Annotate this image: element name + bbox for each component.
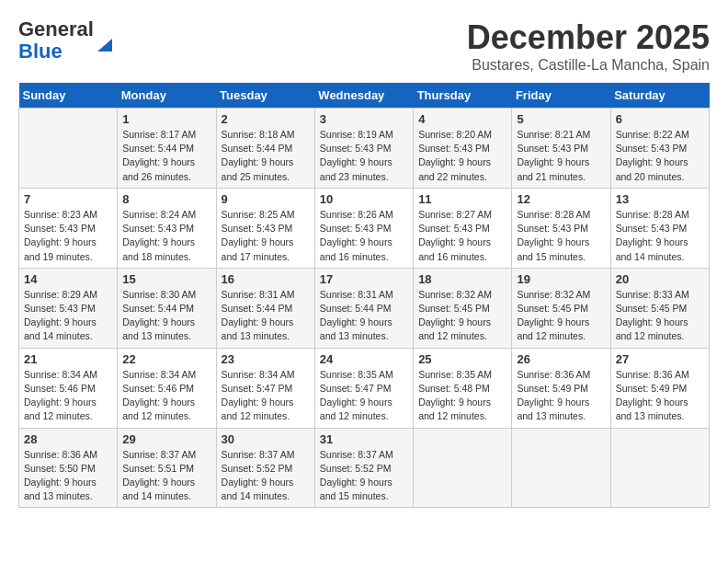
day-number: 29	[122, 432, 210, 446]
day-info: Sunrise: 8:29 AMSunset: 5:43 PMDaylight:…	[24, 288, 112, 344]
day-number: 30	[222, 432, 310, 446]
calendar-cell	[19, 109, 118, 189]
logo-icon	[96, 35, 116, 55]
calendar-cell: 31Sunrise: 8:37 AMSunset: 5:52 PMDayligh…	[314, 428, 413, 508]
calendar-cell: 5Sunrise: 8:21 AMSunset: 5:43 PMDaylight…	[512, 109, 610, 189]
calendar-cell: 13Sunrise: 8:28 AMSunset: 5:43 PMDayligh…	[610, 188, 709, 268]
weekday-tuesday: Tuesday	[216, 83, 314, 109]
day-info: Sunrise: 8:20 AMSunset: 5:43 PMDaylight:…	[418, 128, 506, 184]
calendar-cell: 7Sunrise: 8:23 AMSunset: 5:43 PMDaylight…	[19, 188, 118, 268]
calendar-cell: 29Sunrise: 8:37 AMSunset: 5:51 PMDayligh…	[118, 428, 216, 508]
day-info: Sunrise: 8:19 AMSunset: 5:43 PMDaylight:…	[320, 128, 408, 184]
day-info: Sunrise: 8:35 AMSunset: 5:48 PMDaylight:…	[418, 368, 506, 424]
day-number: 23	[222, 352, 310, 366]
day-number: 22	[122, 352, 210, 366]
calendar-body: 1Sunrise: 8:17 AMSunset: 5:44 PMDaylight…	[19, 109, 710, 508]
page-title: December 2025	[467, 18, 710, 57]
page-header: GeneralBlue December 2025 Bustares, Cast…	[18, 18, 710, 74]
day-info: Sunrise: 8:28 AMSunset: 5:43 PMDaylight:…	[517, 208, 605, 264]
calendar-cell: 28Sunrise: 8:36 AMSunset: 5:50 PMDayligh…	[19, 428, 118, 508]
weekday-saturday: Saturday	[610, 83, 709, 109]
day-number: 7	[24, 192, 112, 206]
calendar-cell: 27Sunrise: 8:36 AMSunset: 5:49 PMDayligh…	[610, 348, 709, 428]
calendar-cell: 16Sunrise: 8:31 AMSunset: 5:44 PMDayligh…	[216, 268, 314, 348]
calendar-cell	[610, 428, 709, 508]
weekday-sunday: Sunday	[19, 83, 118, 109]
day-info: Sunrise: 8:21 AMSunset: 5:43 PMDaylight:…	[517, 128, 605, 184]
day-number: 15	[122, 272, 210, 286]
day-number: 21	[24, 352, 112, 366]
day-number: 5	[517, 112, 605, 126]
day-number: 4	[418, 112, 506, 126]
day-number: 10	[320, 192, 408, 206]
calendar-cell: 23Sunrise: 8:34 AMSunset: 5:47 PMDayligh…	[216, 348, 314, 428]
calendar-cell: 2Sunrise: 8:18 AMSunset: 5:44 PMDaylight…	[216, 109, 314, 189]
day-number: 6	[616, 112, 704, 126]
calendar-cell: 4Sunrise: 8:20 AMSunset: 5:43 PMDaylight…	[414, 109, 512, 189]
day-number: 24	[320, 352, 408, 366]
calendar-week-2: 7Sunrise: 8:23 AMSunset: 5:43 PMDaylight…	[19, 188, 710, 268]
calendar-cell: 12Sunrise: 8:28 AMSunset: 5:43 PMDayligh…	[512, 188, 610, 268]
weekday-friday: Friday	[512, 83, 610, 109]
day-number: 3	[320, 112, 408, 126]
calendar-cell: 15Sunrise: 8:30 AMSunset: 5:44 PMDayligh…	[118, 268, 216, 348]
calendar-week-4: 21Sunrise: 8:34 AMSunset: 5:46 PMDayligh…	[19, 348, 710, 428]
day-info: Sunrise: 8:24 AMSunset: 5:43 PMDaylight:…	[122, 208, 210, 264]
calendar-cell: 14Sunrise: 8:29 AMSunset: 5:43 PMDayligh…	[19, 268, 118, 348]
title-block: December 2025 Bustares, Castille-La Manc…	[467, 18, 710, 74]
day-number: 27	[616, 352, 704, 366]
calendar-cell: 21Sunrise: 8:34 AMSunset: 5:46 PMDayligh…	[19, 348, 118, 428]
svg-marker-0	[97, 39, 112, 52]
weekday-monday: Monday	[118, 83, 216, 109]
calendar-cell: 3Sunrise: 8:19 AMSunset: 5:43 PMDaylight…	[314, 109, 413, 189]
day-number: 18	[418, 272, 506, 286]
calendar-cell: 26Sunrise: 8:36 AMSunset: 5:49 PMDayligh…	[512, 348, 610, 428]
day-info: Sunrise: 8:30 AMSunset: 5:44 PMDaylight:…	[122, 288, 210, 344]
calendar-cell: 18Sunrise: 8:32 AMSunset: 5:45 PMDayligh…	[414, 268, 512, 348]
calendar-cell: 25Sunrise: 8:35 AMSunset: 5:48 PMDayligh…	[414, 348, 512, 428]
calendar-cell: 20Sunrise: 8:33 AMSunset: 5:45 PMDayligh…	[610, 268, 709, 348]
day-info: Sunrise: 8:23 AMSunset: 5:43 PMDaylight:…	[24, 208, 112, 264]
logo: GeneralBlue	[18, 18, 116, 63]
day-info: Sunrise: 8:35 AMSunset: 5:47 PMDaylight:…	[320, 368, 408, 424]
calendar-cell: 19Sunrise: 8:32 AMSunset: 5:45 PMDayligh…	[512, 268, 610, 348]
day-info: Sunrise: 8:18 AMSunset: 5:44 PMDaylight:…	[222, 128, 310, 184]
calendar-cell: 8Sunrise: 8:24 AMSunset: 5:43 PMDaylight…	[118, 188, 216, 268]
day-number: 28	[24, 432, 112, 446]
day-info: Sunrise: 8:37 AMSunset: 5:51 PMDaylight:…	[122, 448, 210, 504]
day-number: 8	[122, 192, 210, 206]
day-info: Sunrise: 8:17 AMSunset: 5:44 PMDaylight:…	[122, 128, 210, 184]
day-number: 12	[517, 192, 605, 206]
day-number: 1	[122, 112, 210, 126]
day-number: 2	[222, 112, 310, 126]
calendar-cell	[512, 428, 610, 508]
day-number: 26	[517, 352, 605, 366]
calendar-table: SundayMondayTuesdayWednesdayThursdayFrid…	[18, 83, 710, 508]
calendar-week-1: 1Sunrise: 8:17 AMSunset: 5:44 PMDaylight…	[19, 109, 710, 189]
day-number: 17	[320, 272, 408, 286]
day-info: Sunrise: 8:34 AMSunset: 5:47 PMDaylight:…	[222, 368, 310, 424]
day-info: Sunrise: 8:27 AMSunset: 5:43 PMDaylight:…	[418, 208, 506, 264]
day-info: Sunrise: 8:37 AMSunset: 5:52 PMDaylight:…	[222, 448, 310, 504]
day-number: 19	[517, 272, 605, 286]
weekday-thursday: Thursday	[414, 83, 512, 109]
day-info: Sunrise: 8:32 AMSunset: 5:45 PMDaylight:…	[517, 288, 605, 344]
day-info: Sunrise: 8:31 AMSunset: 5:44 PMDaylight:…	[320, 288, 408, 344]
day-info: Sunrise: 8:34 AMSunset: 5:46 PMDaylight:…	[122, 368, 210, 424]
calendar-cell: 6Sunrise: 8:22 AMSunset: 5:43 PMDaylight…	[610, 109, 709, 189]
day-info: Sunrise: 8:37 AMSunset: 5:52 PMDaylight:…	[320, 448, 408, 504]
calendar-week-3: 14Sunrise: 8:29 AMSunset: 5:43 PMDayligh…	[19, 268, 710, 348]
calendar-cell	[414, 428, 512, 508]
calendar-cell: 10Sunrise: 8:26 AMSunset: 5:43 PMDayligh…	[314, 188, 413, 268]
calendar-week-5: 28Sunrise: 8:36 AMSunset: 5:50 PMDayligh…	[19, 428, 710, 508]
calendar-cell: 17Sunrise: 8:31 AMSunset: 5:44 PMDayligh…	[314, 268, 413, 348]
calendar-cell: 24Sunrise: 8:35 AMSunset: 5:47 PMDayligh…	[314, 348, 413, 428]
day-info: Sunrise: 8:22 AMSunset: 5:43 PMDaylight:…	[616, 128, 704, 184]
day-info: Sunrise: 8:36 AMSunset: 5:49 PMDaylight:…	[616, 368, 704, 424]
day-info: Sunrise: 8:31 AMSunset: 5:44 PMDaylight:…	[222, 288, 310, 344]
day-info: Sunrise: 8:32 AMSunset: 5:45 PMDaylight:…	[418, 288, 506, 344]
calendar-cell: 11Sunrise: 8:27 AMSunset: 5:43 PMDayligh…	[414, 188, 512, 268]
calendar-cell: 30Sunrise: 8:37 AMSunset: 5:52 PMDayligh…	[216, 428, 314, 508]
calendar-cell: 22Sunrise: 8:34 AMSunset: 5:46 PMDayligh…	[118, 348, 216, 428]
day-number: 11	[418, 192, 506, 206]
